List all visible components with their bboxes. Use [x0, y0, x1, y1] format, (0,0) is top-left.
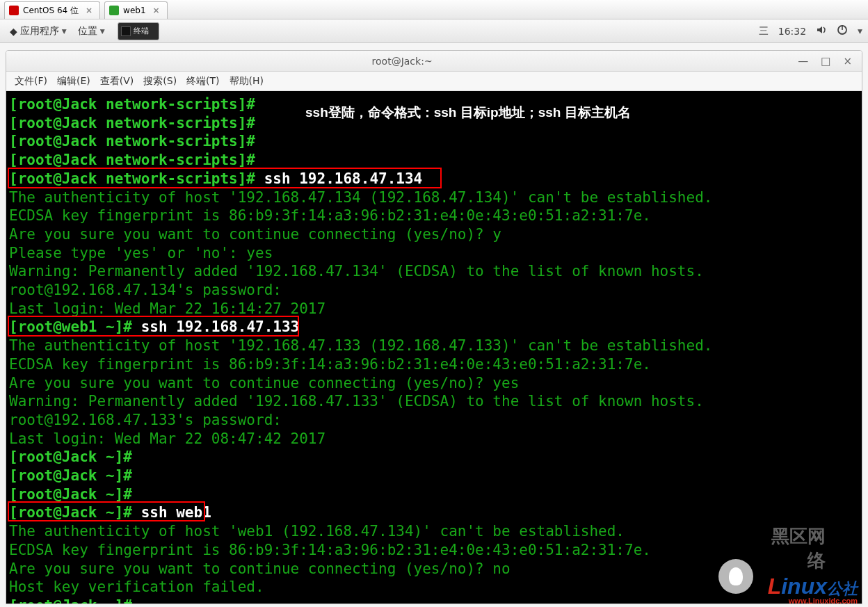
- terminal-thumb-icon: [121, 26, 131, 36]
- menu-label: 应用程序: [20, 25, 59, 38]
- window-title: root@Jack:~: [6, 56, 798, 67]
- watermark: 黑区网络 Linux公社 www.Linuxidc.com: [768, 574, 858, 604]
- maximize-button[interactable]: □: [821, 55, 830, 67]
- menu-edit[interactable]: 编辑(E): [53, 73, 95, 90]
- titlebar[interactable]: root@Jack:~ — □ ×: [6, 51, 862, 72]
- terminal-body[interactable]: ssh登陆，命令格式：ssh 目标ip地址；ssh 目标主机名 [root@Ja…: [6, 91, 862, 604]
- menu-label: 位置: [78, 25, 97, 38]
- task-label: 终端: [134, 26, 149, 36]
- menu-terminal[interactable]: 终端(T): [182, 73, 223, 90]
- menubar: 文件(F) 编辑(E) 查看(V) 搜索(S) 终端(T) 帮助(H): [6, 72, 862, 91]
- close-icon[interactable]: ×: [86, 6, 93, 15]
- vm-tab-label: web1: [123, 6, 145, 15]
- svg-rect-1: [842, 25, 843, 30]
- vm-tab-label: CentOS 64 位: [23, 5, 79, 17]
- taskbar-button-terminal[interactable]: 终端: [118, 22, 159, 40]
- close-button[interactable]: ×: [843, 55, 852, 67]
- watermark-hq: 黑区网络: [768, 524, 826, 573]
- terminal-output: [root@Jack network-scripts]# [root@Jack …: [9, 95, 862, 604]
- vm-tab-bar: CentOS 64 位 × web1 ×: [0, 0, 868, 19]
- clock-time[interactable]: 16:32: [778, 26, 806, 37]
- menu-help[interactable]: 帮助(H): [225, 73, 268, 90]
- gnome-panel: ◆ 应用程序 ▼ 位置 ▼ 终端 三 16:32 ▼: [0, 19, 868, 43]
- vm-icon: [9, 6, 19, 15]
- vm-icon: [109, 6, 119, 15]
- watermark-brand: Linux公社: [768, 574, 858, 599]
- menu-view[interactable]: 查看(V): [96, 73, 138, 90]
- chevron-down-icon[interactable]: ▼: [858, 28, 862, 35]
- apps-icon: ◆: [10, 26, 17, 37]
- vm-tab-centos[interactable]: CentOS 64 位 ×: [4, 1, 100, 19]
- terminal-window: root@Jack:~ — □ × 文件(F) 编辑(E) 查看(V) 搜索(S…: [6, 50, 862, 604]
- chevron-down-icon: ▼: [100, 28, 105, 35]
- places-menu[interactable]: 位置 ▼: [74, 19, 109, 43]
- minimize-button[interactable]: —: [798, 55, 808, 67]
- chevron-down-icon: ▼: [62, 28, 67, 35]
- vm-tab-web1[interactable]: web1 ×: [104, 1, 168, 19]
- close-icon[interactable]: ×: [153, 6, 160, 15]
- menu-file[interactable]: 文件(F): [10, 73, 51, 90]
- power-icon[interactable]: [837, 24, 848, 38]
- volume-icon[interactable]: [816, 24, 827, 38]
- clock-day: 三: [759, 25, 769, 38]
- desktop: ◆ 应用程序 ▼ 位置 ▼ 终端 三 16:32 ▼ root@Jack:~: [0, 19, 868, 607]
- menu-search[interactable]: 搜索(S): [139, 73, 181, 90]
- mushroom-icon: [718, 559, 753, 594]
- applications-menu[interactable]: ◆ 应用程序 ▼: [6, 19, 71, 43]
